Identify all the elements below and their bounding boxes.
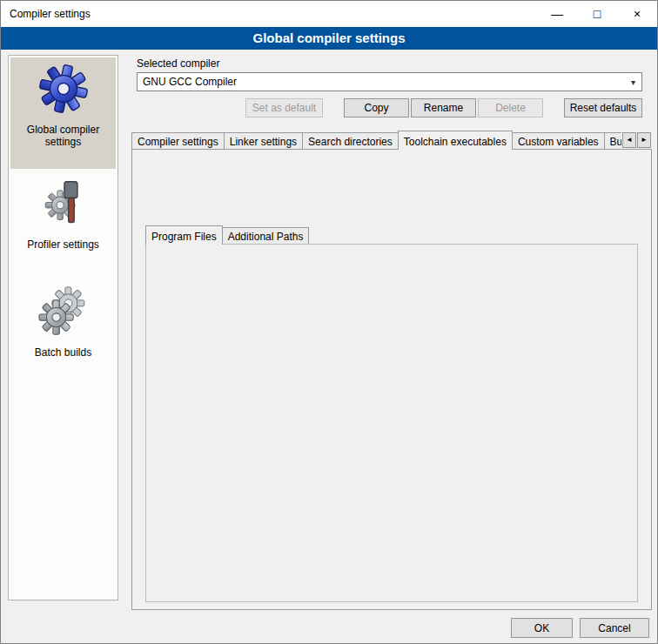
sidebar-item-label: Profiler settings (24, 238, 103, 251)
program-tab-strip: Program Files Additional Paths (145, 225, 406, 245)
profiler-icon (37, 178, 90, 232)
minimize-button[interactable]: — (537, 1, 577, 27)
copy-button[interactable]: Copy (344, 98, 409, 117)
delete-button[interactable]: Delete (478, 98, 543, 117)
sidebar-item-label: Global compiler settings (10, 124, 116, 148)
sidebar: Global compiler settings Profiler settin… (8, 55, 118, 600)
ok-button[interactable]: OK (511, 618, 573, 638)
gear-icon (37, 63, 90, 117)
compiler-settings-window: Compiler settings — □ × Global compiler … (0, 0, 658, 644)
tab-additional-paths[interactable]: Additional Paths (222, 227, 310, 244)
tab-custom-variables[interactable]: Custom variables (512, 132, 605, 149)
sidebar-item-batch-builds[interactable]: Batch builds (10, 280, 116, 364)
maximize-icon: □ (594, 7, 601, 21)
program-files-panel (145, 244, 638, 602)
set-as-default-button[interactable]: Set as default (245, 98, 323, 117)
tab-linker-settings[interactable]: Linker settings (224, 132, 303, 149)
dialog-header: Global compiler settings (1, 27, 657, 50)
selected-compiler-label: Selected compiler (137, 57, 219, 70)
close-icon: × (634, 7, 641, 21)
chevron-down-icon: ▾ (626, 74, 641, 90)
selected-compiler-dropdown[interactable]: GNU GCC Compiler ▾ (137, 72, 642, 91)
tab-program-files[interactable]: Program Files (145, 225, 223, 245)
maximize-button[interactable]: □ (577, 1, 617, 27)
rename-button[interactable]: Rename (411, 98, 476, 117)
sidebar-item-global-compiler-settings[interactable]: Global compiler settings (10, 57, 116, 169)
minimize-icon: — (551, 7, 563, 21)
tab-scroll-left-button[interactable]: ◄ (622, 132, 636, 148)
reset-defaults-button[interactable]: Reset defaults (564, 98, 642, 117)
settings-tab-strip: Compiler settings Linker settings Search… (131, 131, 621, 150)
close-button[interactable]: × (617, 1, 657, 27)
tab-compiler-settings[interactable]: Compiler settings (131, 132, 225, 149)
titlebar: Compiler settings — □ × (1, 1, 657, 27)
sidebar-item-profiler-settings[interactable]: Profiler settings (10, 172, 116, 258)
tab-build-options[interactable]: Build (604, 132, 621, 149)
tab-search-directories[interactable]: Search directories (302, 132, 399, 149)
window-title: Compiler settings (1, 8, 91, 20)
cancel-button[interactable]: Cancel (580, 618, 649, 638)
tab-scroll-right-button[interactable]: ► (637, 132, 651, 148)
sidebar-item-label: Batch builds (31, 346, 95, 359)
window-controls: — □ × (537, 1, 657, 27)
tab-toolchain-executables[interactable]: Toolchain executables (398, 131, 513, 150)
selected-compiler-value: GNU GCC Compiler (143, 76, 237, 88)
batch-builds-icon (37, 285, 90, 340)
